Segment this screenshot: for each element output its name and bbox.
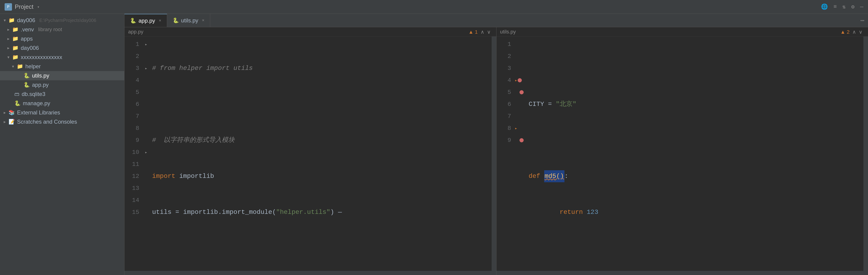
sidebar-tag-venv: library root <box>38 27 62 32</box>
fold-10[interactable]: ▸ <box>143 146 149 158</box>
code-area-utils-py[interactable]: 1 2 3 4 5 6 7 8 9 <box>496 36 868 271</box>
menu-icon[interactable]: ≡ <box>833 4 837 10</box>
sidebar-item-external-libs[interactable]: ▸ 📚 External Libraries <box>0 108 124 117</box>
utils-code-line-6 <box>529 242 864 254</box>
sidebar-item-venv[interactable]: ▸ 📁 .venv library root <box>0 25 124 34</box>
warning-badge-app-py: ▲ 1 <box>468 29 477 35</box>
utils-gutter-6 <box>515 98 526 110</box>
tab-app-py[interactable]: 🐍 app.py × <box>124 14 167 27</box>
fold-icon-8[interactable]: ▸ <box>515 126 518 131</box>
tab-close-utils-py[interactable]: × <box>202 18 205 23</box>
utils-gutter-7 <box>515 110 526 122</box>
breadcrumb-app-py: app.py <box>124 27 496 36</box>
code-token-3-1: # 以字符串的形式导入模块 <box>152 134 235 146</box>
utils-gutter-9[interactable] <box>515 134 526 146</box>
scrollbar-utils-py[interactable] <box>863 36 868 271</box>
expand-btn-app-py[interactable]: ∨ <box>487 29 491 35</box>
sidebar-label-day006sub: day006 <box>21 45 39 51</box>
sidebar-path-day006: E:\PycharmProjects\day006 <box>39 18 96 23</box>
expand-btn-utils-py[interactable]: ∨ <box>859 29 863 35</box>
editor-area: 🐍 app.py × 🐍 utils.py × ⋯ app.py <box>124 14 868 275</box>
settings-icon[interactable]: ⚙ <box>851 3 855 10</box>
breakpoint-4[interactable] <box>518 78 522 82</box>
utils-gutter-4[interactable]: ▸ <box>515 74 526 86</box>
utils-gutter-8[interactable]: ▸ <box>515 122 526 134</box>
fold-5 <box>143 86 149 98</box>
tab-icon-app-py: 🐍 <box>130 18 136 24</box>
scrollbar-app-py[interactable] <box>492 36 496 271</box>
fold-15 <box>143 206 149 218</box>
sidebar-item-scratches[interactable]: ▸ 📝 Scratches and Consoles <box>0 117 124 127</box>
breakpoint-5[interactable] <box>520 90 524 94</box>
code-content-utils-py[interactable]: CITY = "北京" def md5(): return 123 <box>526 36 864 271</box>
code-content-app-py[interactable]: # from helper import utils # 以字符串的形式导入模块… <box>149 36 492 271</box>
fold-14 <box>143 194 149 206</box>
sidebar-item-day006sub[interactable]: ▸ 📁 day006 <box>0 44 124 53</box>
utils-line-num-9: 9 <box>496 134 511 146</box>
tab-close-app-py[interactable]: × <box>159 18 161 23</box>
collapse-btn-utils-py[interactable]: ∧ <box>852 29 856 35</box>
chevron-right-icon: ▸ <box>7 27 9 32</box>
sidebar-item-apps[interactable]: ▸ 📁 apps <box>0 34 124 44</box>
tab-utils-py[interactable]: 🐍 utils.py × <box>167 14 210 27</box>
tabs-bar: 🐍 app.py × 🐍 utils.py × ⋯ <box>124 14 868 27</box>
fold-1[interactable]: ▸ <box>143 38 149 50</box>
utils-line-num-7: 7 <box>496 110 511 122</box>
sidebar-item-db-sqlite3[interactable]: 🗃 db.sqlite3 <box>0 89 124 99</box>
utils-token-5-2 <box>583 206 587 218</box>
file-icon-utils-py: 🐍 <box>24 73 30 79</box>
fold-icon-4[interactable]: ▸ <box>515 78 518 83</box>
tab-overflow-menu[interactable]: ⋯ <box>857 14 868 27</box>
sidebar-label-db-sqlite3: db.sqlite3 <box>22 91 45 98</box>
sidebar-item-manage-py[interactable]: 🐍 manage.py <box>0 99 124 108</box>
line-numbers-app-py: 1 2 3 4 5 6 7 8 9 10 11 12 13 14 <box>124 36 143 271</box>
utils-token-4-2: md5() <box>544 170 564 182</box>
code-line-1: # from helper import utils <box>152 62 492 74</box>
utils-token-4-1: def <box>529 170 544 182</box>
utils-token-5-0 <box>529 206 560 218</box>
folder-icon-xxxx: 📁 <box>12 54 19 60</box>
sidebar-item-xxxx[interactable]: ▾ 📁 xxxxxxxxxxxxxxx <box>0 53 124 62</box>
editor-top-right-app-py: ▲ 1 ∧ ∨ <box>468 29 491 35</box>
code-token-4-2: importlib <box>176 170 214 182</box>
line-num-6: 6 <box>124 98 139 110</box>
chevron-down-icon-xxxx: ▾ <box>7 55 9 60</box>
fold-9 <box>143 134 149 146</box>
global-search-icon[interactable]: 🌐 <box>821 3 828 10</box>
file-icon-app-py: 🐍 <box>24 82 30 88</box>
sidebar-item-day006[interactable]: ▾ 📁 day006 E:\PycharmProjects\day006 <box>0 16 124 25</box>
hscrollbar-utils-py[interactable] <box>496 271 868 275</box>
utils-gutter-2 <box>515 50 526 62</box>
fold-7 <box>143 110 149 122</box>
sidebar-label-external-libs: External Libraries <box>17 109 60 116</box>
code-token-5-2: "helper.utils" <box>276 206 330 218</box>
sidebar-item-app-py[interactable]: 🐍 app.py <box>0 80 124 89</box>
sidebar-item-utils-py[interactable]: 🐍 utils.py <box>0 71 124 80</box>
hscrollbar-app-py[interactable] <box>124 271 496 275</box>
sidebar-label-venv: .venv <box>21 26 34 33</box>
breakpoint-9[interactable] <box>520 138 524 142</box>
fold-3[interactable]: ▸ <box>143 62 149 74</box>
utils-gutter-5[interactable] <box>515 86 526 98</box>
code-token-1-1: # from helper import utils <box>152 62 253 74</box>
sidebar-label-apps: apps <box>21 35 33 42</box>
utils-code-line-4: def md5(): <box>529 170 864 182</box>
utils-token-2-1: CITY = <box>529 98 556 110</box>
utils-line-num-5: 5 <box>496 86 511 98</box>
folder-icon: 📁 <box>8 17 15 23</box>
sidebar-label-helper: helper <box>25 63 41 70</box>
sidebar-item-helper[interactable]: ▾ 📁 helper <box>0 62 124 71</box>
warning-badge-utils-py: ▲ 2 <box>840 29 849 35</box>
project-dropdown-arrow[interactable]: ▾ <box>37 4 40 9</box>
code-area-app-py[interactable]: 1 2 3 4 5 6 7 8 9 10 11 12 13 14 <box>124 36 496 271</box>
fold-12 <box>143 170 149 182</box>
minimize-icon[interactable]: — <box>860 4 863 10</box>
utils-gutter-1 <box>515 38 526 50</box>
editor-top-right-utils-py: ▲ 2 ∧ ∨ <box>840 29 863 35</box>
arrows-icon[interactable]: ⇅ <box>842 3 846 10</box>
utils-code-line-2: CITY = "北京" <box>529 98 864 110</box>
fold-6 <box>143 98 149 110</box>
title-bar-actions: 🌐 ≡ ⇅ ⚙ — <box>821 3 863 10</box>
collapse-btn-app-py[interactable]: ∧ <box>480 29 484 35</box>
fold-4 <box>143 74 149 86</box>
